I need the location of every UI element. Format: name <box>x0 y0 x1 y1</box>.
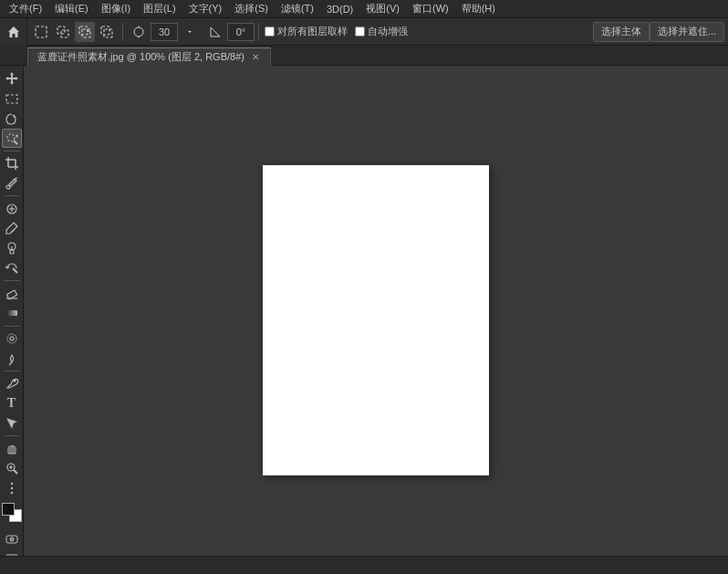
tool-brush[interactable] <box>2 219 22 238</box>
menu-bar: 文件(F) 编辑(E) 图像(I) 图层(L) 文字(Y) 选择(S) 滤镜(T… <box>0 0 728 18</box>
menu-layer[interactable]: 图层(L) <box>138 1 181 16</box>
tool-zoom[interactable] <box>2 459 22 478</box>
svg-rect-0 <box>36 26 47 37</box>
canvas-area[interactable] <box>24 66 728 574</box>
select-and-mask-button[interactable]: 选择并遮住... <box>650 22 724 42</box>
menu-select[interactable]: 选择(S) <box>229 1 274 16</box>
toolbar-separator-1 <box>4 151 20 151</box>
svg-rect-3 <box>79 26 88 35</box>
svg-line-34 <box>9 362 12 365</box>
tool-gradient[interactable] <box>2 304 22 323</box>
svg-rect-4 <box>82 29 90 37</box>
svg-point-33 <box>10 337 14 340</box>
tool-extra[interactable] <box>2 478 22 497</box>
svg-rect-7 <box>104 29 112 37</box>
home-button[interactable] <box>0 18 27 46</box>
tool-path-selection[interactable] <box>2 413 22 433</box>
separator-2 <box>258 23 259 41</box>
toolbar-separator-5 <box>4 370 20 371</box>
select-subject-button[interactable]: 选择主体 <box>593 22 650 42</box>
svg-point-22 <box>7 204 16 214</box>
svg-point-42 <box>10 492 12 494</box>
menu-view[interactable]: 视图(V) <box>360 1 405 16</box>
svg-rect-2 <box>61 30 68 37</box>
svg-rect-43 <box>6 536 17 543</box>
tool-crop[interactable] <box>2 154 22 173</box>
menu-type[interactable]: 文字(Y) <box>183 1 228 16</box>
tab-bar: 蓝鹿证件照素材.jpg @ 100% (图层 2, RGB/8#) ✕ <box>0 46 728 66</box>
document-canvas[interactable] <box>263 165 489 475</box>
tool-heal[interactable] <box>2 199 22 218</box>
svg-point-40 <box>10 483 12 485</box>
color-swatches[interactable] <box>2 503 22 522</box>
foreground-color-swatch[interactable] <box>2 503 15 516</box>
separator-1 <box>122 23 123 41</box>
main-layout: T <box>0 66 728 574</box>
checkbox-auto-enhance-input[interactable] <box>355 26 365 37</box>
toolbar-separator-3 <box>4 280 20 281</box>
toolbar-separator-2 <box>4 195 20 196</box>
svg-point-44 <box>10 537 14 541</box>
svg-point-41 <box>10 487 12 489</box>
toolbar-separator-6 <box>4 435 20 436</box>
svg-point-32 <box>7 334 16 343</box>
tab-document[interactable]: 蓝鹿证件照素材.jpg @ 100% (图层 2, RGB/8#) ✕ <box>27 47 271 66</box>
tool-quick-selection[interactable] <box>2 129 22 148</box>
svg-line-25 <box>12 230 14 232</box>
menu-help[interactable]: 帮助(H) <box>456 1 501 16</box>
svg-rect-6 <box>101 26 109 35</box>
svg-rect-29 <box>6 290 17 299</box>
checkbox-all-layers-input[interactable] <box>265 26 275 37</box>
tool-history-brush[interactable] <box>2 258 22 277</box>
menu-image[interactable]: 图像(I) <box>96 1 136 16</box>
brush-size-chevron[interactable] <box>180 22 200 42</box>
brush-size-value[interactable]: 30 <box>151 23 178 41</box>
svg-rect-31 <box>6 310 17 316</box>
tool-quick-mask[interactable] <box>2 528 22 548</box>
svg-point-20 <box>6 185 10 189</box>
checkbox-auto-enhance[interactable]: 自动增强 <box>351 25 411 38</box>
toolbar-separator-4 <box>4 326 20 327</box>
tool-dodge[interactable] <box>2 349 22 368</box>
svg-line-21 <box>15 178 17 179</box>
tool-lasso[interactable] <box>2 109 22 128</box>
tool-eraser[interactable] <box>2 284 22 303</box>
tool-stamp[interactable] <box>2 239 22 258</box>
tool-hand[interactable] <box>2 439 22 458</box>
tool-eyedropper[interactable] <box>2 174 22 193</box>
svg-rect-27 <box>10 250 14 254</box>
tab-close-button[interactable]: ✕ <box>250 51 261 63</box>
svg-line-13 <box>14 141 17 144</box>
left-toolbar: T <box>0 66 24 574</box>
tool-marquee[interactable] <box>2 89 22 109</box>
options-bar: 30 0° 对所有图层取样 自动增强 选择主体 选择并遮住... <box>0 18 728 46</box>
svg-line-37 <box>14 470 17 474</box>
tool-text[interactable]: T <box>2 394 22 413</box>
svg-rect-11 <box>6 95 17 103</box>
menu-file[interactable]: 文件(F) <box>4 1 47 16</box>
menu-filter[interactable]: 滤镜(T) <box>276 1 319 16</box>
svg-point-12 <box>7 134 15 141</box>
tool-blur[interactable] <box>2 329 22 349</box>
menu-edit[interactable]: 编辑(E) <box>49 1 94 16</box>
svg-point-35 <box>14 380 16 381</box>
angle-value[interactable]: 0° <box>227 23 255 41</box>
angle-icon[interactable] <box>205 22 225 42</box>
menu-3d[interactable]: 3D(D) <box>321 3 359 16</box>
svg-rect-1 <box>57 26 65 34</box>
options-add-selection[interactable] <box>53 22 73 42</box>
svg-point-36 <box>7 464 15 471</box>
options-subtract-selection[interactable] <box>75 22 95 42</box>
tab-label: 蓝鹿证件照素材.jpg @ 100% (图层 2, RGB/8#) <box>37 50 244 64</box>
checkbox-all-layers[interactable]: 对所有图层取样 <box>261 25 351 38</box>
brush-size-icon[interactable] <box>129 22 149 42</box>
options-new-selection[interactable] <box>31 22 51 42</box>
tool-move[interactable] <box>2 69 22 89</box>
svg-point-8 <box>134 27 143 37</box>
options-intersect-selection[interactable] <box>97 22 117 42</box>
svg-point-26 <box>8 243 16 250</box>
status-bar <box>0 556 728 574</box>
tool-pen[interactable] <box>2 374 22 393</box>
menu-window[interactable]: 窗口(W) <box>407 1 454 16</box>
